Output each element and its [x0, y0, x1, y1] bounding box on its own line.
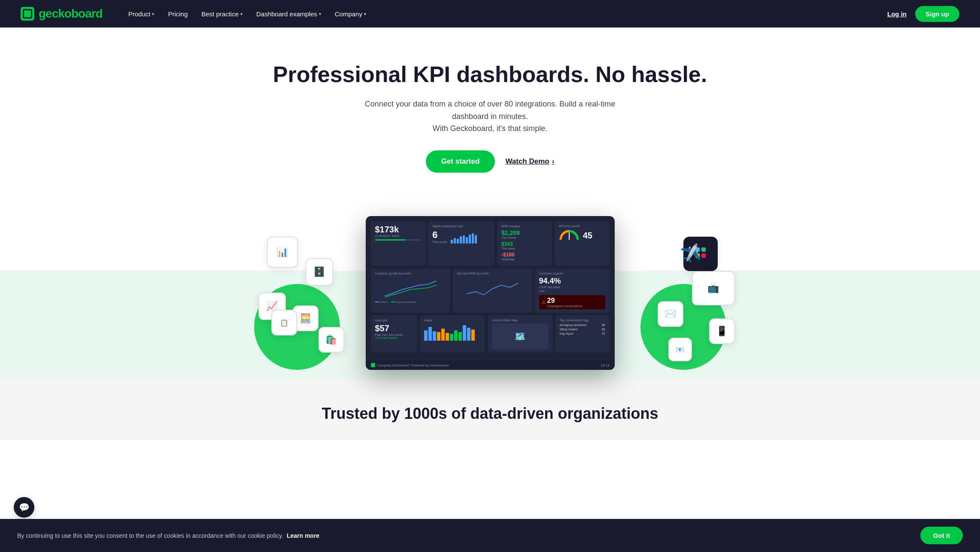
database-icon: 🗄️	[313, 266, 325, 278]
db-leadgen-card: Lead gen $57 Paid CAC this month +4 vs l…	[371, 315, 417, 353]
tag-2-value: 68	[602, 328, 605, 331]
tag-1-label: presignup questions	[560, 323, 587, 326]
nav-product[interactable]: Product ▾	[128, 10, 155, 18]
mrr-change-1: $2,209 This month	[501, 229, 548, 239]
nav-actions: Log in Sign up	[887, 6, 959, 22]
deco-extra-card: 📧	[668, 338, 692, 361]
world-map: 🗺️	[492, 323, 549, 349]
leads-label: Leads	[424, 319, 481, 322]
bar-9	[475, 235, 477, 244]
db-leads-card: Leads	[420, 315, 485, 353]
trusted-headline: Trusted by 1000s of data-driven organiza…	[9, 405, 971, 423]
bar-2	[454, 238, 456, 244]
monitor-icon: 📺	[707, 283, 719, 294]
cac-label: Paid CAC this month	[375, 333, 413, 336]
tag-3-label: bug report	[560, 332, 573, 335]
deco-monitor-card: 📺	[692, 271, 735, 305]
shopify-icon: 🛍️	[325, 334, 337, 345]
deco-envelope-card: ✉️	[658, 301, 683, 327]
right-decorations: 📺 ✈️ ✉️ 📱 📧	[615, 232, 735, 370]
get-started-button[interactable]: Get started	[426, 150, 495, 173]
nav-dashboard-examples[interactable]: Dashboard examples ▾	[256, 10, 321, 18]
dashboard-content: $173k Current MRR Nights booked per user…	[366, 216, 615, 360]
mrr-progress-fill	[375, 239, 405, 241]
bar-8	[472, 233, 474, 244]
db-cust-growth-card: Customer growth by month Visitors Paying…	[371, 268, 450, 313]
logo[interactable]: geckoboard	[21, 7, 103, 21]
bar-4	[460, 236, 462, 244]
support-label: Customer support	[539, 272, 605, 275]
chart-icon: 📊	[276, 247, 288, 258]
mrr-changes-label: MRR changes	[501, 225, 548, 228]
nps-label: NPS this month	[559, 225, 605, 228]
db-nights-card: Nights booked per user 6 This month	[428, 221, 495, 266]
deco-chart-icon-card: 📊	[267, 237, 298, 268]
deco-shopify-card: 🛍️	[319, 327, 344, 353]
csat-value: 94.4%	[539, 277, 605, 286]
db-row-1: $173k Current MRR Nights booked per user…	[371, 221, 610, 266]
hero-section: Professional KPI dashboards. No hassle. …	[0, 27, 980, 198]
signup-button[interactable]: Sign up	[915, 6, 959, 22]
bar-7	[469, 235, 471, 244]
company-chevron: ▾	[364, 12, 366, 16]
net-mrr-label: Net new MRR by month	[457, 272, 528, 275]
db-visitor-map-card: Current Visitor Map 🗺️	[488, 315, 553, 353]
hero-headline: Professional KPI dashboards. No hassle.	[9, 62, 971, 88]
dashboard-wrapper: 📊 🗄️ 📈 🧮 🛍️ 📋	[0, 216, 980, 370]
dashboard-examples-chevron: ▾	[319, 12, 321, 16]
csat-label: CSAT this week	[539, 286, 605, 289]
hero-actions: Get started Watch Demo ›	[9, 150, 971, 173]
svg-rect-5	[701, 253, 706, 258]
hero-subtext: Connect your data from a choice of over …	[357, 98, 623, 135]
mrr-label: Current MRR	[375, 235, 422, 238]
nights-label: Nights booked per user	[432, 225, 490, 228]
footer-logo	[371, 363, 375, 367]
svg-rect-1	[371, 363, 375, 367]
nights-sub: This month	[432, 241, 447, 244]
lead-gen-label: Lead gen	[375, 319, 413, 322]
deco-phone-card: 📱	[709, 318, 735, 344]
cac-value: $57	[375, 323, 413, 333]
nav-links: Product ▾ Pricing Best practice ▾ Dashbo…	[128, 10, 887, 18]
db-support-card: Customer support 94.4% CSAT this week 2.…	[535, 268, 610, 313]
nights-bar-chart	[451, 233, 477, 244]
left-decorations: 📊 🗄️ 📈 🧮 🛍️ 📋	[246, 232, 366, 370]
watch-demo-arrow: ›	[552, 157, 555, 166]
bar-6	[466, 237, 468, 244]
product-chevron: ▾	[152, 12, 154, 16]
dashboard-section: 📊 🗄️ 📈 🧮 🛍️ 📋	[0, 198, 980, 379]
db-row-2: Customer growth by month Visitors Paying…	[371, 268, 610, 313]
navigation: geckoboard Product ▾ Pricing Best practi…	[0, 0, 980, 27]
nav-best-practice[interactable]: Best practice ▾	[201, 10, 243, 18]
nps-value: 45	[583, 231, 592, 241]
customer-growth-chart	[375, 277, 446, 298]
footer-brand: Company Dashboard Powered by Geckoboard	[371, 363, 449, 367]
trusted-section: Trusted by 1000s of data-driven organiza…	[0, 379, 980, 440]
cac-sub: +4 vs last month	[375, 336, 413, 339]
dashboard-screenshot: $173k Current MRR Nights booked per user…	[366, 216, 615, 370]
nights-value: 6	[432, 229, 447, 241]
nav-company[interactable]: Company ▾	[335, 10, 366, 18]
tag-1-value: 98	[602, 323, 605, 326]
watch-demo-button[interactable]: Watch Demo ›	[505, 157, 554, 166]
db-mrr-changes-card: MRR changes $2,209 This month $343 This …	[497, 221, 552, 266]
mrr-change-3: -$180 Yesterday	[501, 252, 548, 261]
nav-pricing[interactable]: Pricing	[168, 10, 188, 18]
login-link[interactable]: Log in	[887, 10, 907, 18]
bar-5	[463, 235, 465, 244]
tag-2-label: billing related	[560, 328, 577, 331]
mrr-value: $173k	[375, 225, 422, 235]
footer-time: 16:13	[601, 363, 609, 367]
best-practice-chevron: ▾	[240, 12, 243, 16]
time-value: 2.8s	[539, 290, 605, 293]
nps-gauge	[559, 229, 580, 241]
email-icon: ✉️	[664, 308, 676, 320]
db-nps-card: NPS this month 45	[555, 221, 610, 266]
db-row-3: Lead gen $57 Paid CAC this month +4 vs l…	[371, 315, 610, 353]
tag-3-value: 22	[602, 332, 605, 335]
db-mrr-card: $173k Current MRR	[371, 221, 426, 266]
logo-icon	[21, 7, 34, 21]
bar-1	[451, 240, 453, 244]
dashboard-footer: Company Dashboard Powered by Geckoboard …	[366, 360, 615, 370]
deco-list-card: 📋	[271, 310, 297, 335]
